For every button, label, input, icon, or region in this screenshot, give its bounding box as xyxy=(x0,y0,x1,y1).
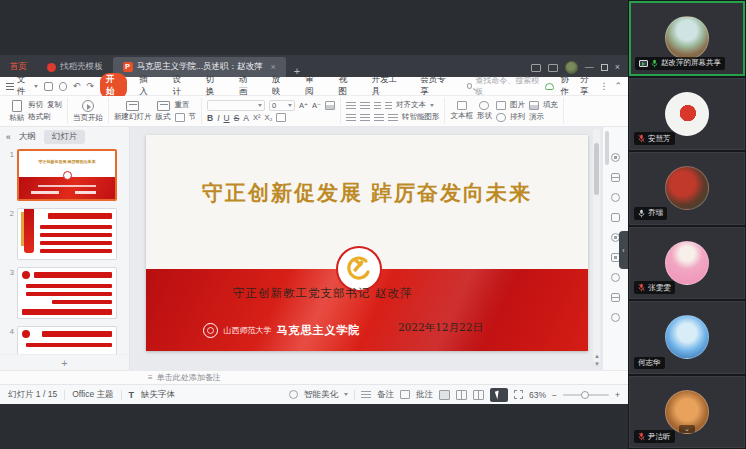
reading-view-button[interactable] xyxy=(473,390,484,400)
helper-icon[interactable] xyxy=(611,313,620,322)
slide-thumbnail-2[interactable] xyxy=(17,208,117,260)
arrange-button[interactable]: 排列 xyxy=(510,112,525,122)
participant-tile[interactable]: 何志华 xyxy=(629,301,745,374)
comments-icon[interactable] xyxy=(400,390,410,399)
reading-layout-icon[interactable] xyxy=(611,293,620,302)
copy-button[interactable]: 复制 xyxy=(47,100,62,110)
shrink-font-button[interactable]: A⁻ xyxy=(312,101,321,110)
fill-button[interactable]: 填充 xyxy=(543,100,558,110)
scrollbar-thumb[interactable] xyxy=(594,143,599,195)
notes-toggle-button[interactable]: 备注 xyxy=(377,389,394,401)
tab-slides[interactable]: 幻灯片 xyxy=(44,130,86,144)
font-size-select[interactable]: 0 xyxy=(269,100,295,111)
beautify-button[interactable]: 智能美化 xyxy=(304,389,338,401)
grid-view-icon[interactable] xyxy=(548,64,558,72)
align-text-button[interactable]: 对齐文本 xyxy=(396,100,426,110)
zoom-slider-knob[interactable] xyxy=(581,391,589,399)
slide-thumbnail-3[interactable] xyxy=(17,267,117,319)
bold-button[interactable]: B xyxy=(207,113,213,123)
chevron-down-icon[interactable]: ⌄ xyxy=(679,425,695,433)
participant-tile[interactable]: 赵改萍的屏幕共享 xyxy=(629,1,745,76)
italic-button[interactable]: I xyxy=(217,113,219,123)
subscript-button[interactable]: X₂ xyxy=(265,113,273,122)
collapse-ribbon-icon[interactable]: ⌃ xyxy=(614,81,622,91)
zoom-out-button[interactable]: − xyxy=(552,390,557,400)
effects-icon[interactable] xyxy=(611,193,620,202)
redo-icon[interactable]: ↷ xyxy=(86,81,94,91)
strip-scrollbar[interactable] xyxy=(605,131,609,165)
missing-font-label[interactable]: 缺失字体 xyxy=(141,389,175,401)
normal-view-button[interactable] xyxy=(439,390,450,400)
add-slide-button[interactable]: + xyxy=(0,354,129,370)
collapse-panel-icon[interactable]: « xyxy=(6,132,11,142)
reset-button[interactable]: 重置 xyxy=(175,100,197,110)
clear-format-icon[interactable] xyxy=(325,101,335,110)
present-button[interactable]: 演示 xyxy=(529,112,558,122)
undo-icon[interactable]: ↶ xyxy=(73,81,81,91)
split-view-icon[interactable] xyxy=(531,64,541,72)
superscript-button[interactable]: X² xyxy=(253,113,261,122)
zoom-slider[interactable] xyxy=(563,394,609,396)
zoom-in-button[interactable]: + xyxy=(615,390,620,400)
textbox-button[interactable]: 文本框 xyxy=(450,101,473,121)
font-family-select[interactable] xyxy=(207,100,265,111)
animation-pane-icon[interactable] xyxy=(611,173,620,182)
canvas-scrollbar[interactable] xyxy=(593,129,600,362)
notes-bar[interactable]: ≡ 单击此处添加备注 xyxy=(0,370,628,384)
increase-indent-icon[interactable] xyxy=(385,102,392,109)
zoom-level[interactable]: 63% xyxy=(529,390,546,400)
comments-button[interactable]: 批注 xyxy=(416,389,433,401)
share-button[interactable]: 分享 xyxy=(580,74,593,98)
decrease-indent-icon[interactable] xyxy=(374,102,381,109)
fit-to-window-icon[interactable] xyxy=(514,390,523,399)
slide-1[interactable]: 守正创新促发展 踔厉奋发向未来 守正创新教工党支部书记 赵改萍 山西师范大学 马… xyxy=(146,135,588,351)
align-right-icon[interactable] xyxy=(374,114,384,121)
next-slide-arrow[interactable]: ▼ xyxy=(593,361,601,367)
justify-icon[interactable] xyxy=(388,114,398,121)
sorter-view-button[interactable] xyxy=(456,390,467,400)
align-left-icon[interactable] xyxy=(346,114,356,121)
restore-button[interactable] xyxy=(601,64,608,71)
shapes-button[interactable]: 形状 xyxy=(477,101,492,121)
new-slide-button[interactable]: 新建幻灯片 xyxy=(114,101,152,122)
section-button[interactable]: 节 xyxy=(189,112,197,122)
properties-icon[interactable] xyxy=(611,153,620,162)
tab-docer-templates[interactable]: 找稻壳模板 xyxy=(37,57,113,77)
highlight-icon[interactable] xyxy=(276,113,286,122)
tab-outline[interactable]: 大纲 xyxy=(19,131,36,143)
participant-tile[interactable]: 张雯雯 xyxy=(629,227,745,300)
layers-icon[interactable] xyxy=(611,213,620,222)
theme-label[interactable]: Office 主题 xyxy=(72,389,113,401)
format-painter-button[interactable]: 格式刷 xyxy=(28,112,62,122)
slide-date[interactable]: 2022年12月22日 xyxy=(398,321,483,335)
collaborate-button[interactable]: 协作 xyxy=(560,74,573,98)
pointer-tool-button[interactable] xyxy=(490,388,508,402)
notes-toggle-icon[interactable] xyxy=(361,391,371,398)
command-search-input[interactable]: 查找命令、搜索模板 xyxy=(467,75,540,97)
grow-font-button[interactable]: A⁺ xyxy=(299,101,308,110)
paste-button[interactable]: 粘贴 xyxy=(9,100,24,123)
participant-tile[interactable]: 安慧芳 xyxy=(629,78,745,151)
editing-canvas[interactable]: 守正创新促发展 踔厉奋发向未来 守正创新教工党支部书记 赵改萍 山西师范大学 马… xyxy=(130,127,602,370)
font-color-button[interactable]: A xyxy=(243,113,249,123)
minimize-button[interactable]: — xyxy=(585,63,594,72)
bullet-list-icon[interactable] xyxy=(346,102,356,109)
to-smartart-button[interactable]: 转智能图形 xyxy=(402,112,440,122)
panel-expand-handle[interactable]: ‹ xyxy=(619,231,628,269)
resources-icon[interactable] xyxy=(611,273,620,282)
account-avatar[interactable] xyxy=(565,61,578,74)
slide-thumbnail-1[interactable]: 守正创新促发展 踔厉奋发向未来 xyxy=(17,149,117,201)
picture-button[interactable]: 图片 xyxy=(510,100,525,110)
slide-subtitle[interactable]: 守正创新教工党支部书记 赵改萍 xyxy=(233,286,413,301)
print-icon[interactable] xyxy=(59,82,67,91)
slide-thumbnail-4[interactable] xyxy=(17,326,117,354)
close-tab-icon[interactable]: × xyxy=(271,62,276,72)
slide-title[interactable]: 守正创新促发展 踔厉奋发向未来 xyxy=(146,179,588,207)
close-window-button[interactable]: × xyxy=(615,63,620,72)
strikethrough-button[interactable]: S xyxy=(234,113,240,123)
layout-button[interactable]: 版式 xyxy=(156,101,171,122)
cloud-sync-icon[interactable] xyxy=(545,83,554,90)
participant-tile[interactable]: 乔瑞 xyxy=(629,152,745,225)
play-from-current-button[interactable]: 当页开始 xyxy=(73,100,103,123)
save-icon[interactable] xyxy=(44,82,52,91)
